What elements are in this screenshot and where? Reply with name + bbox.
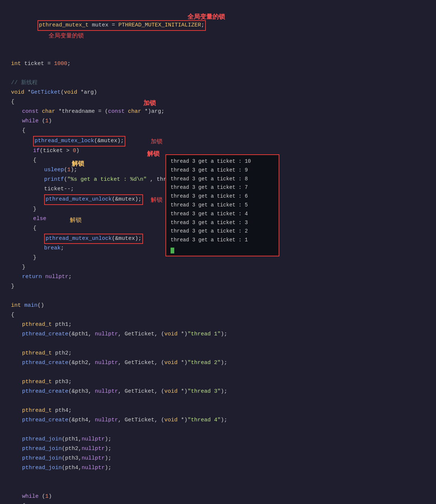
- terminal-line-6: thread 3 get a ticket : 5: [171, 201, 274, 210]
- line-main: int main(): [11, 301, 425, 311]
- terminal-line-3: thread 3 get a ticket : 8: [171, 175, 274, 184]
- line-create2: pthread_create(&pth2, nullptr, GetTicket…: [11, 359, 425, 368]
- terminal-line-4: thread 3 get a ticket : 7: [171, 183, 274, 192]
- line-mutex-lock: pthread_mutex_lock(&mutex); 加锁: [11, 136, 425, 147]
- line-ticket: int ticket = 1000;: [11, 60, 425, 69]
- line-pth1: pthread_t pth1;: [11, 320, 425, 330]
- line-join2: pthread_join(pth2,nullptr);: [11, 444, 425, 454]
- line-open-while2: {: [11, 502, 425, 504]
- line-while2: while (1): [11, 492, 425, 502]
- annotation-global-lock: 全局变量的锁: [187, 12, 225, 22]
- line-comment: // 新线程: [11, 79, 425, 88]
- line-close-fn: }: [11, 282, 425, 292]
- line-join4: pthread_join(pth4,nullptr);: [11, 464, 425, 473]
- terminal-output: thread 3 get a ticket : 10 thread 3 get …: [165, 154, 279, 256]
- line-join1: pthread_join(pth1,nullptr);: [11, 435, 425, 444]
- line-pth2: pthread_t pth2;: [11, 349, 425, 359]
- line-close-brace-while: }: [11, 263, 425, 273]
- annotation-unlock2-label2: 解锁: [72, 159, 84, 169]
- terminal-line-10: thread 3 get a ticket : 1: [171, 236, 274, 245]
- annotation-global-lock: 全局变量的锁: [49, 32, 84, 39]
- annotation-unlock1-label: 解锁: [147, 149, 160, 159]
- terminal-line-1: thread 3 get a ticket : 10: [171, 157, 274, 166]
- line-create1: pthread_create(&pth1, nullptr, GetTicket…: [11, 330, 425, 339]
- terminal-line-9: thread 3 get a ticket : 2: [171, 227, 274, 236]
- terminal-line-7: thread 3 get a ticket : 4: [171, 210, 274, 219]
- terminal-line-5: thread 3 get a ticket : 6: [171, 192, 274, 201]
- code-area: pthread_mutex_t mutex = PTHREAD_MUTEX_IN…: [0, 7, 436, 504]
- terminal-line-8: thread 3 get a ticket : 3: [171, 219, 274, 227]
- line-fn-decl: void *GetTicket(void *arg): [11, 88, 425, 98]
- line-while: while (1): [11, 117, 425, 126]
- terminal-cursor-line: [171, 245, 274, 253]
- line-open-brace-1: {: [11, 98, 425, 107]
- line-join3: pthread_join(pth3,nullptr);: [11, 454, 425, 464]
- annotation-lock-label: 加锁: [143, 98, 156, 108]
- line-pth4: pthread_t pth4;: [11, 406, 425, 416]
- line-return-nullptr: return nullptr;: [11, 273, 425, 282]
- annotation-unlock1: 解锁: [151, 195, 162, 205]
- line-threadname: const char *threadname = (const char *)a…: [11, 107, 425, 117]
- line-open-main: {: [11, 311, 425, 320]
- annotation-lock: 加锁: [151, 137, 162, 146]
- line-create4: pthread_create(&pth4, nullptr, GetTicket…: [11, 416, 425, 425]
- terminal-line-2: thread 3 get a ticket : 9: [171, 166, 274, 175]
- annotation-unlock2-label: 解锁: [70, 215, 82, 225]
- terminal-cursor: [171, 248, 174, 253]
- line-open-brace-2: {: [11, 126, 425, 136]
- line-pth3: pthread_t pth3;: [11, 378, 425, 387]
- line-create3: pthread_create(&pth3, nullptr, GetTicket…: [11, 387, 425, 397]
- main-container: pthread_mutex_t mutex = PTHREAD_MUTEX_IN…: [0, 0, 436, 504]
